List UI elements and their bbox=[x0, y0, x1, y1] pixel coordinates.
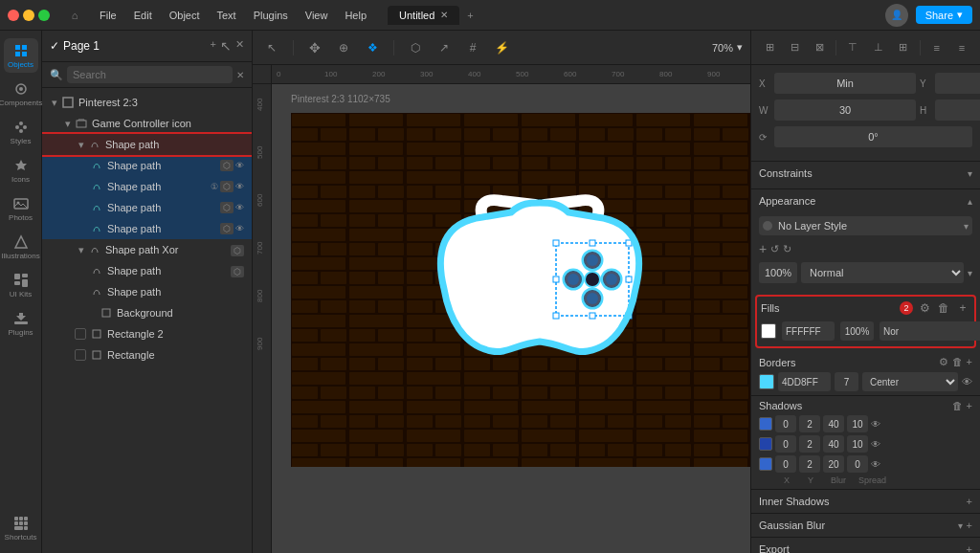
shadows-add-icon[interactable]: + bbox=[967, 400, 972, 411]
align-top-icon[interactable]: ⊤ bbox=[842, 36, 863, 59]
visibility-checkbox-2[interactable] bbox=[75, 349, 86, 361]
shadow-2-y[interactable] bbox=[799, 435, 820, 453]
h-input[interactable] bbox=[935, 100, 980, 121]
sidebar-item-components[interactable]: Components bbox=[4, 77, 38, 111]
w-input[interactable] bbox=[774, 100, 916, 121]
blend-mode-select[interactable]: Normal Multiply Screen bbox=[801, 262, 964, 283]
zoom-arrow-icon[interactable]: ▾ bbox=[737, 41, 743, 54]
new-tab-button[interactable]: + bbox=[461, 8, 479, 23]
layers-select-icon[interactable]: ↖ bbox=[220, 38, 232, 54]
borders-delete-icon[interactable]: 🗑 bbox=[952, 356, 963, 368]
layer-shapepath-2[interactable]: Shape path ① ⬡ 👁 bbox=[42, 176, 252, 197]
object-menu[interactable]: Object bbox=[162, 8, 208, 23]
layer-controller-group[interactable]: ▾ Game Controller icon bbox=[42, 113, 252, 134]
search-clear-icon[interactable]: ✕ bbox=[236, 70, 244, 80]
export-section[interactable]: Export + bbox=[751, 538, 980, 553]
align-bottom-icon[interactable]: ⊞ bbox=[893, 36, 914, 59]
shadow-3-spread[interactable] bbox=[847, 455, 868, 473]
eye-icon-3[interactable]: 👁 bbox=[235, 203, 244, 212]
proto-tool[interactable]: ⚡ bbox=[490, 36, 513, 59]
shadow-1-y[interactable] bbox=[799, 415, 820, 432]
y-input[interactable] bbox=[935, 73, 980, 94]
hand-tool[interactable]: ✥ bbox=[303, 36, 326, 59]
share-button[interactable]: Share ▾ bbox=[916, 6, 972, 24]
align-left-icon[interactable]: ⊞ bbox=[759, 36, 780, 59]
border-hex-input[interactable] bbox=[778, 372, 831, 391]
fills-delete-icon[interactable]: 🗑 bbox=[936, 300, 951, 316]
shadow-2-eye-icon[interactable]: 👁 bbox=[871, 439, 880, 450]
layer-shapepath-3[interactable]: Shape path ⬡ 👁 bbox=[42, 197, 252, 218]
canvas-frame[interactable] bbox=[291, 113, 750, 467]
layer-shapepath-6[interactable]: Shape path bbox=[42, 281, 252, 302]
shadow-3-eye-icon[interactable]: 👁 bbox=[871, 459, 880, 470]
layer-shapepath-1[interactable]: Shape path ⬡ 👁 bbox=[42, 155, 252, 176]
borders-add-icon[interactable]: + bbox=[967, 356, 972, 368]
shadow-3-x[interactable] bbox=[775, 455, 796, 473]
gaussian-blur-add-icon[interactable]: + bbox=[967, 520, 972, 531]
eye-icon-2[interactable]: 👁 bbox=[235, 182, 244, 191]
border-position-select[interactable]: Center Inside Outside bbox=[862, 372, 958, 391]
zoom-tool[interactable]: ⊕ bbox=[332, 36, 355, 59]
no-layer-style[interactable]: No Layer Style ▾ bbox=[759, 216, 972, 235]
shadow-2-x[interactable] bbox=[775, 435, 796, 453]
layer-rectangle2[interactable]: Rectangle 2 bbox=[42, 323, 252, 344]
x-input[interactable] bbox=[774, 73, 916, 94]
shadow-3-color-swatch[interactable] bbox=[759, 457, 772, 471]
component-tool[interactable]: ❖ bbox=[361, 36, 384, 59]
sidebar-item-icons[interactable]: Icons bbox=[4, 153, 38, 188]
style-redo-icon[interactable]: ↻ bbox=[783, 243, 791, 255]
shadow-1-x[interactable] bbox=[775, 415, 796, 432]
shadow-1-eye-icon[interactable]: 👁 bbox=[871, 419, 880, 430]
text-menu[interactable]: Text bbox=[210, 8, 244, 23]
tab-close-icon[interactable]: ✕ bbox=[440, 10, 448, 20]
close-button[interactable] bbox=[8, 10, 19, 21]
gaussian-blur-section[interactable]: Gaussian Blur ▾ + bbox=[751, 514, 980, 538]
style-undo-icon[interactable]: ↺ bbox=[770, 243, 779, 255]
align-middle-v-icon[interactable]: ⊥ bbox=[867, 36, 888, 59]
layer-shapepath-5[interactable]: Shape path ⬡ bbox=[42, 260, 252, 281]
home-icon[interactable]: ⌂ bbox=[63, 4, 86, 27]
inner-shadows-section[interactable]: Inner Shadows + bbox=[751, 490, 980, 514]
document-tab[interactable]: Untitled ✕ bbox=[388, 6, 459, 25]
distribute-v-icon[interactable]: ≡ bbox=[951, 36, 972, 59]
edit-menu[interactable]: Edit bbox=[126, 8, 160, 23]
layer-shapepath-0[interactable]: ▾ Shape path bbox=[42, 134, 252, 155]
fill-opacity-input[interactable] bbox=[840, 321, 874, 341]
minimize-button[interactable] bbox=[23, 10, 34, 21]
file-menu[interactable]: File bbox=[92, 8, 124, 23]
layer-pinterest-frame[interactable]: ▾ Pinterest 2:3 bbox=[42, 92, 252, 113]
shadows-delete-icon[interactable]: 🗑 bbox=[952, 400, 963, 411]
constraints-header[interactable]: Constraints ▾ bbox=[759, 167, 972, 179]
canvas-viewport[interactable]: Pinterest 2:3 1102×735 bbox=[272, 84, 750, 553]
angle-input[interactable] bbox=[774, 126, 972, 147]
layer-shapepath-xor[interactable]: ▾ Shape path Xor ⬡ bbox=[42, 239, 252, 260]
align-right-icon[interactable]: ⊠ bbox=[809, 36, 830, 59]
shadow-3-blur[interactable] bbox=[823, 455, 844, 473]
align-center-h-icon[interactable]: ⊟ bbox=[784, 36, 805, 59]
layer-background[interactable]: Background bbox=[42, 302, 252, 323]
border-color-swatch[interactable] bbox=[759, 374, 774, 389]
layers-close-icon[interactable]: ✕ bbox=[235, 38, 244, 54]
fill-blend-input[interactable] bbox=[880, 321, 980, 341]
sidebar-item-shortcuts[interactable]: Shortcuts bbox=[4, 511, 38, 545]
shadow-1-blur[interactable] bbox=[823, 415, 844, 432]
sidebar-item-photos[interactable]: Photos bbox=[4, 191, 38, 226]
fill-color-swatch[interactable] bbox=[761, 323, 776, 339]
borders-settings-icon[interactable]: ⚙ bbox=[939, 356, 948, 368]
view-menu[interactable]: View bbox=[298, 8, 336, 23]
distribute-h-icon[interactable]: ≡ bbox=[926, 36, 947, 59]
inner-shadows-add-icon[interactable]: + bbox=[967, 496, 972, 507]
shadow-2-spread[interactable] bbox=[847, 435, 868, 453]
search-input[interactable] bbox=[67, 66, 233, 83]
mask-tool[interactable]: ⬡ bbox=[404, 36, 427, 59]
export-add-icon[interactable]: + bbox=[967, 543, 972, 553]
sidebar-item-illustrations[interactable]: Illustrations bbox=[4, 230, 38, 264]
shadow-1-color-swatch[interactable] bbox=[759, 417, 772, 431]
select-tool[interactable]: ↖ bbox=[260, 36, 283, 59]
sidebar-item-styles[interactable]: Styles bbox=[4, 115, 38, 149]
maximize-button[interactable] bbox=[38, 10, 50, 21]
layer-rectangle[interactable]: Rectangle bbox=[42, 344, 252, 365]
add-style-icon[interactable]: + bbox=[759, 241, 767, 256]
export-tool[interactable]: ↗ bbox=[433, 36, 456, 59]
shadow-2-color-swatch[interactable] bbox=[759, 437, 772, 451]
